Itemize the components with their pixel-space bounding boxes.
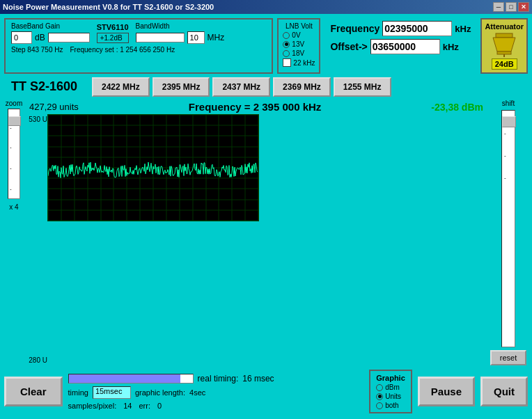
gain-input[interactable]: 0 xyxy=(11,31,32,44)
timing-label: timing xyxy=(68,388,88,397)
top-panel: BaseBand Gain 0 dB STV6110 +1.2dB BandWi… xyxy=(4,18,528,74)
shift-tick1: - xyxy=(504,130,506,136)
offset-label: Offset-> xyxy=(330,41,367,52)
offset-unit: kHz xyxy=(443,42,459,52)
frequency-input[interactable]: 02395000 xyxy=(382,21,452,36)
timing-row: timing 15msec graphic length: 4sec xyxy=(68,386,364,399)
bw-slider[interactable] xyxy=(136,33,185,42)
lnb-18v-radio[interactable] xyxy=(283,50,290,57)
gain-slider[interactable] xyxy=(48,33,90,42)
frequency-box: Frequency 02395000 kHz Offset-> 03650000… xyxy=(324,18,476,74)
device-settings-box: BaseBand Gain 0 dB STV6110 +1.2dB BandWi… xyxy=(4,18,273,74)
attenuator-value: 24dB xyxy=(492,58,517,70)
real-timing-value: 16 msec xyxy=(242,374,274,384)
bandwidth-label: BandWidth xyxy=(136,22,225,30)
lnb-13v-radio[interactable] xyxy=(283,41,290,48)
timing-input[interactable]: 15msec xyxy=(93,386,131,399)
baseband-label: BaseBand Gain xyxy=(11,22,90,30)
graphic-both-row[interactable]: both xyxy=(376,402,405,409)
maximize-button[interactable]: □ xyxy=(506,2,517,12)
zoom-control: zoom - - - - x 4 xyxy=(4,100,24,365)
real-timing-label: real timing: xyxy=(198,374,239,384)
mid-panel: TT S2-1600 2422 MHz 2395 MHz 2437 MHz 23… xyxy=(4,77,528,97)
graphic-units-radio[interactable] xyxy=(376,393,383,400)
minimize-button[interactable]: ─ xyxy=(493,2,504,12)
zoom-tick2: - xyxy=(10,144,12,150)
lnb-13v[interactable]: 13V xyxy=(283,40,315,48)
device-name: TT S2-1600 xyxy=(4,77,88,97)
zoom-multiplier: x 4 xyxy=(9,203,18,211)
svg-rect-2 xyxy=(497,52,511,54)
baseband-section: BaseBand Gain 0 dB xyxy=(11,22,90,44)
graphic-dbm-radio[interactable] xyxy=(376,384,383,391)
freq-btn-2369[interactable]: 2369 MHz xyxy=(273,77,331,97)
lnb-18v[interactable]: 18V xyxy=(283,49,315,57)
pause-button[interactable]: Pause xyxy=(418,377,475,406)
graphic-dbm-row[interactable]: dBm xyxy=(376,384,405,391)
zoom-tick4: - xyxy=(10,186,12,192)
graphic-both-label: both xyxy=(385,402,398,409)
reset-button[interactable]: reset xyxy=(490,350,526,365)
lnb-0v[interactable]: 0V xyxy=(283,31,315,39)
shift-label: shift xyxy=(502,100,515,107)
frequency-row: Frequency 02395000 kHz xyxy=(330,21,471,36)
stv-label: STV6110 xyxy=(97,23,129,31)
shift-tick3: - xyxy=(504,175,506,181)
clear-button[interactable]: Clear xyxy=(4,377,63,406)
plus1db-button[interactable]: +1.2dB xyxy=(97,33,129,43)
lnb-box: LNB Volt 0V 13V 18V 22 kHz xyxy=(277,18,320,74)
offset-input[interactable]: 03650000 xyxy=(370,39,440,54)
step-text: Step 843 750 Hz xyxy=(11,46,63,54)
progress-row: real timing: 16 msec xyxy=(68,374,364,384)
err-value: 0 xyxy=(157,402,162,410)
bottom-center: real timing: 16 msec timing 15msec graph… xyxy=(68,374,364,410)
zoom-slider[interactable]: - - - - xyxy=(8,109,20,199)
y-bottom-label: 280 U xyxy=(29,356,47,364)
freq-btn-1255[interactable]: 1255 MHz xyxy=(334,77,391,97)
lnb-title: LNB Volt xyxy=(283,22,315,30)
title-bar: Noise Power Measurement V0.8 for TT S2-1… xyxy=(0,0,532,14)
window-controls[interactable]: ─ □ ✕ xyxy=(493,2,529,12)
close-button[interactable]: ✕ xyxy=(518,2,529,12)
freq-unit: kHz xyxy=(455,24,471,34)
22khz-row[interactable]: 22 kHz xyxy=(283,58,315,67)
lnb-18v-label: 18V xyxy=(292,49,304,57)
attenuator-icon xyxy=(490,32,518,57)
samples-label: samples/pixel: xyxy=(68,402,117,410)
graphic-length-value: 4sec xyxy=(189,388,205,397)
frequency-label: Frequency xyxy=(330,23,380,34)
freq-btn-2422[interactable]: 2422 MHz xyxy=(92,77,150,97)
main-window: BaseBand Gain 0 dB STV6110 +1.2dB BandWi… xyxy=(0,14,532,419)
graphic-both-radio[interactable] xyxy=(376,402,383,409)
quit-button[interactable]: Quit xyxy=(480,377,528,406)
zoom-label: zoom xyxy=(6,100,22,107)
attenuator-box: Attenuator 24dB xyxy=(480,18,528,74)
22khz-label: 22 kHz xyxy=(293,59,315,67)
progress-fill xyxy=(69,374,180,383)
lnb-0v-label: 0V xyxy=(292,31,300,39)
chart-canvas-area: 530 U 280 U xyxy=(26,114,486,365)
graphic-units-label: Units xyxy=(385,393,401,400)
graphic-units-row[interactable]: Units xyxy=(376,393,405,400)
bw-input[interactable]: 10 xyxy=(187,31,205,44)
chart-canvas xyxy=(47,114,259,221)
bottom-panel: Clear real timing: 16 msec timing 15msec… xyxy=(4,368,528,415)
graphic-box: Graphic dBm Units both xyxy=(369,370,412,413)
y-axis-labels: 530 U 280 U xyxy=(26,114,49,365)
lnb-0v-radio[interactable] xyxy=(283,32,290,39)
freq-btn-2437[interactable]: 2437 MHz xyxy=(212,77,270,97)
22khz-checkbox[interactable] xyxy=(283,58,291,67)
freq-btn-2395[interactable]: 2395 MHz xyxy=(152,77,210,97)
bandwidth-section: BandWidth 10 MHz xyxy=(136,22,225,44)
zoom-tick3: - xyxy=(10,165,12,171)
shift-slider[interactable]: - - - xyxy=(501,110,515,347)
freq-set-text: Frequency set : 1 254 656 250 Hz xyxy=(70,46,175,54)
lnb-13v-label: 13V xyxy=(292,40,304,48)
attenuator-title: Attenuator xyxy=(485,22,524,31)
chart-dbm: -23,38 dBm xyxy=(431,102,483,113)
samples-row: samples/pixel: 14 err: 0 xyxy=(68,402,364,410)
shift-thumb[interactable] xyxy=(502,116,516,127)
bw-unit: MHz xyxy=(208,33,225,42)
chart-freq: Frequency = 2 395 000 kHz xyxy=(189,101,322,113)
offset-row: Offset-> 03650000 kHz xyxy=(330,39,458,54)
